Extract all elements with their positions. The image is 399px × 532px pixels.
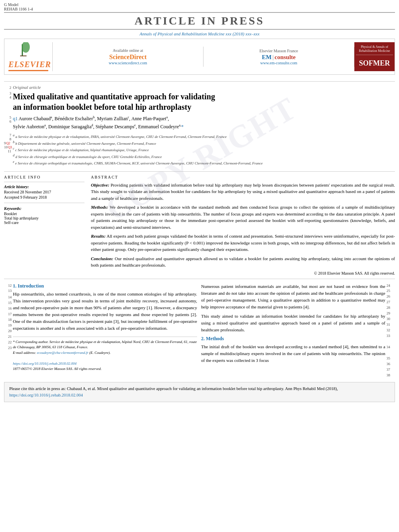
em-text: EM: [262, 54, 271, 61]
body-outer: 12 13 14 15 16 17 18 19 20 21 22 23 1. I: [4, 283, 395, 378]
sofmer-block: Physical & Annals of Rehabilitation Medi…: [354, 42, 395, 71]
title-wrapper: 3 4 Mixed qualitative and quantitative a…: [4, 91, 395, 115]
title-section-wrapper: 2 Original article: [4, 85, 395, 91]
info-abstract-cols: ARTICLE INFO Article history: Received 2…: [4, 175, 395, 275]
affiliation-e: e e Service de chirurgie orthopédique et…: [13, 160, 395, 166]
article-title: Mixed qualitative and quantitative appro…: [13, 91, 395, 112]
methods-text: We developed a booklet in accordance wit…: [91, 205, 395, 230]
citation-doi[interactable]: https://doi.org/10.1016/j.rehab.2018.02.…: [9, 393, 83, 397]
citation-box: Please cite this article in press as: Ch…: [4, 382, 395, 402]
received-date: Received 28 November 2017: [4, 190, 84, 194]
journal-title: Annals of Physical and Rehabilitation Me…: [0, 30, 399, 39]
header-logos: ELSEVIER Available online at ScienceDire…: [4, 39, 395, 75]
g-model-label: G Model: [4, 2, 19, 7]
elsevier-logo: ELSEVIER: [4, 42, 53, 71]
citation-text: Please cite this article in press as: Ch…: [9, 386, 338, 391]
right-para-1: Numerous patient information materials a…: [201, 283, 385, 310]
keyword-booklet: Booklet: [4, 212, 84, 216]
divider-3: [4, 279, 395, 279]
abstract-title: ABSTRACT: [91, 175, 395, 179]
methods-label: Methods:: [91, 205, 108, 210]
body-right-col: Numerous patient information materials a…: [201, 283, 385, 378]
right-para-2: This study aimed to validate an informat…: [201, 313, 385, 333]
authors-block: q1 Aurore Chabauda, Bénédicte Eschalierb…: [13, 115, 395, 131]
affiliation-c: c c Service de médecine physique et de r…: [13, 146, 395, 153]
em-url: www.em-consulte.com: [205, 61, 352, 65]
page: COPY RIGHT G Model REHAB 1166 1-4 ARTICL…: [0, 0, 399, 532]
available-at-label: Available online at: [54, 48, 202, 53]
email-line: E-mail address: ecoudeyre@chu-clermontfe…: [13, 350, 197, 356]
email-person: (E. Coudeyre).: [89, 351, 111, 355]
article-title-block: Mixed qualitative and quantitative appro…: [13, 91, 395, 115]
line-nums-7-11: 7 8 9Q2 10Q3 11: [4, 133, 13, 168]
sciencedirect-url: www.sciencedirect.com: [54, 61, 202, 65]
top-bar: G Model REHAB 1166 1-4: [0, 0, 399, 12]
objective-text: Providing patients with validated inform…: [91, 183, 395, 201]
results-label: Results:: [91, 234, 106, 238]
line-num-2: 2: [4, 85, 13, 91]
footnotes-area: * Corresponding author. Service de médec…: [13, 337, 197, 372]
intro-paragraph1: Hip osteoarthritis, also termed coxarthr…: [13, 291, 197, 332]
em-consulte-name: EM | consulte: [205, 54, 352, 61]
body-right-line-nums: 24 25 26 27 28 29 30 31 32 33 34 35 36 3…: [385, 283, 395, 378]
affiliation-d: d d Service de chirurgie orthopédique et…: [13, 153, 395, 160]
affiliations: a a Service de médecine physique et de r…: [13, 133, 395, 166]
svg-rect-2: [20, 55, 27, 56]
affiliations-block: a a Service de médecine physique et de r…: [13, 133, 395, 168]
elsevier-bar: [8, 70, 48, 71]
title-content: Original article: [13, 85, 395, 91]
corresponding-note: * Corresponding author. Service de médec…: [13, 339, 197, 350]
email-label: E-mail address:: [13, 351, 36, 355]
elsevier-tree-icon: [19, 42, 39, 58]
body-left-line-nums: 12 13 14 15 16 17 18 19 20 21 22 23: [4, 283, 13, 378]
article-in-press-banner: ARTICLE IN PRESS: [4, 12, 395, 30]
abstract-methods: Methods: We developed a booklet in accor…: [91, 204, 395, 230]
sofmer-logo-text: SOFMER: [356, 58, 393, 68]
conclusion-label: Conclusion:: [91, 256, 113, 261]
keywords-title: Keywords:: [4, 206, 84, 211]
abstract-col: ABSTRACT Objective: Providing patients w…: [91, 175, 395, 275]
article-info-title: ARTICLE INFO: [4, 175, 84, 179]
authors-line2: Sylvie Aubretona, Dominique Saragagliad,…: [13, 123, 395, 130]
conclusion-text: Our mixed qualitative and quantitative a…: [91, 256, 395, 268]
rehab-label: REHAB 1166 1-4: [4, 7, 33, 11]
methods-para: The initial draft of the booklet was dev…: [201, 343, 385, 364]
sciencedirect-name: ScienceDirect: [54, 53, 202, 61]
affiliation-b: b b Département de médecine générale, un…: [13, 140, 395, 147]
affiliation-a: a a Service de médecine physique et de r…: [13, 133, 395, 140]
section-label: Original article: [13, 85, 395, 90]
body-section: 12 13 14 15 16 17 18 19 20 21 22 23 1. I: [4, 283, 395, 378]
authors-line1: q1 Aurore Chabauda, Bénédicte Eschalierb…: [13, 115, 395, 122]
accepted-date: Accepted 9 February 2018: [4, 195, 84, 199]
abstract-results: Results: All experts and both patient gr…: [91, 233, 395, 253]
line-nums-3-4: 3 4: [4, 91, 13, 115]
doi-link[interactable]: https://doi.org/10.1016/j.rehab.2018.02.…: [13, 362, 76, 366]
affiliations-wrapper: 7 8 9Q2 10Q3 11 a a Service de médecine …: [4, 133, 395, 168]
body-left-col: 1. Introduction Hip osteoarthritis, also…: [13, 283, 201, 378]
main-content: 2 Original article 3 4 Mixed qualitative…: [0, 75, 399, 378]
methods-heading: 2. Methods: [201, 336, 385, 342]
elsevier-wordmark: ELSEVIER: [8, 60, 48, 69]
results-text: All experts and both patient groups vali…: [91, 234, 395, 252]
history-label: Article history:: [4, 185, 84, 189]
sciencedirect-block: Available online at ScienceDirect www.sc…: [53, 47, 204, 67]
keyword-selfcare: Self-care: [4, 220, 84, 225]
em-pipe: |: [272, 54, 274, 61]
elsevier-masson-label: Elsevier Masson France: [205, 49, 352, 53]
abstract-conclusion: Conclusion: Our mixed qualitative and qu…: [91, 255, 395, 269]
keyword-arthroplasty: Total hip arthroplasty: [4, 216, 84, 220]
q1-marker: q1: [13, 116, 18, 121]
em-consulte-block: Elsevier Masson France EM | consulte www…: [204, 47, 354, 67]
article-info-col: ARTICLE INFO Article history: Received 2…: [4, 175, 84, 275]
divider-2: [4, 171, 395, 172]
line-nums-5-6: 5 6: [4, 115, 13, 131]
sofmer-title: Physical & Annals of Rehabilitation Medi…: [356, 45, 393, 53]
top-divider: [4, 81, 395, 82]
intro-heading: 1. Introduction: [13, 283, 197, 289]
issn-line: 1877-0657/© 2018 Elsevier Masson SAS. Al…: [13, 367, 102, 371]
objective-label: Objective:: [91, 183, 109, 187]
abstract-copyright: © 2018 Elsevier Masson SAS. All rights r…: [91, 271, 395, 275]
consulte-text: consulte: [274, 54, 296, 61]
abstract-objective: Objective: Providing patients with valid…: [91, 182, 395, 202]
email-address: ecoudeyre@chu-clermontferrand.fr: [37, 351, 88, 355]
